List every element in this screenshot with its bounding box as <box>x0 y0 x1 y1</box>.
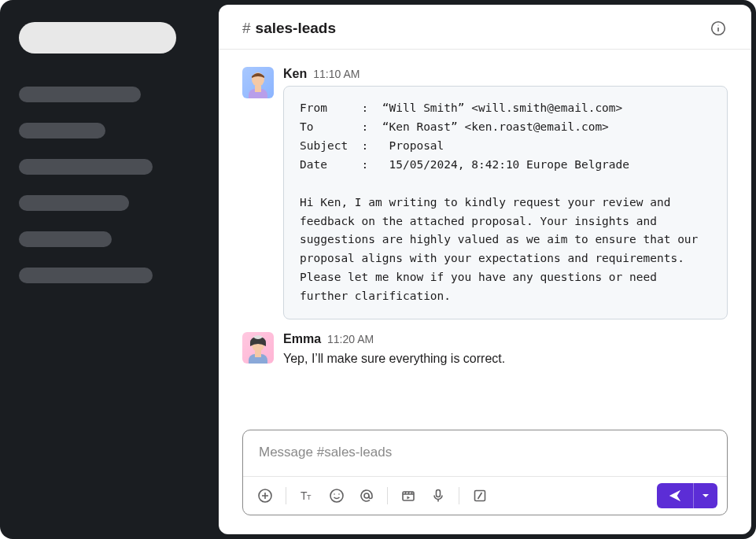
avatar-figure-icon <box>244 335 272 364</box>
at-icon <box>359 488 374 504</box>
sidebar-skeleton-item <box>19 231 112 247</box>
formatting-button[interactable]: T T <box>294 483 319 508</box>
email-attachment-block: From : “Will Smith” <will.smith@email.co… <box>283 86 728 319</box>
svg-point-15 <box>334 493 335 495</box>
send-button-group <box>657 483 717 508</box>
sidebar-skeleton-item <box>19 123 105 138</box>
message-list: Ken 11:10 AM From : “Will Smith” <will.s… <box>219 50 751 430</box>
message-body: Ken 11:10 AM From : “Will Smith” <will.s… <box>283 67 728 319</box>
svg-point-14 <box>330 489 343 502</box>
message-header: Emma 11:20 AM <box>283 332 728 346</box>
mention-button[interactable] <box>354 483 379 508</box>
toolbar-separator <box>387 487 388 504</box>
sender-name[interactable]: Emma <box>283 332 321 346</box>
app-frame: # sales-leads <box>0 0 756 539</box>
avatar[interactable] <box>242 332 274 364</box>
send-options-button[interactable] <box>693 483 717 508</box>
slash-box-icon <box>472 488 488 504</box>
sidebar-skeleton-item <box>19 268 153 283</box>
message-header: Ken 11:10 AM <box>283 67 728 81</box>
svg-line-22 <box>411 492 412 494</box>
send-icon <box>668 489 682 503</box>
svg-text:T: T <box>307 493 312 501</box>
sidebar-skeleton-item <box>19 87 141 102</box>
avatar-figure-icon <box>244 70 272 98</box>
channel-name: sales-leads <box>256 20 336 37</box>
svg-line-21 <box>408 492 409 494</box>
toolbar-separator <box>286 487 286 504</box>
composer-toolbar: T T <box>243 476 727 515</box>
message-body: Emma 11:20 AM Yep, I’ll make sure everyt… <box>283 332 728 368</box>
sidebar <box>0 0 219 539</box>
attach-button[interactable] <box>253 483 278 508</box>
message-timestamp: 11:10 AM <box>313 68 360 80</box>
composer-wrap: Message #sales-leads T T <box>219 430 751 534</box>
info-icon <box>710 20 726 36</box>
message-text: Yep, I’ll make sure everything is correc… <box>283 349 728 368</box>
avatar[interactable] <box>242 67 274 98</box>
message: Emma 11:20 AM Yep, I’ll make sure everyt… <box>242 326 728 375</box>
channel-info-button[interactable] <box>709 19 728 38</box>
svg-line-20 <box>405 492 406 494</box>
channel-title[interactable]: # sales-leads <box>242 20 336 37</box>
plus-circle-icon <box>257 488 273 504</box>
send-button[interactable] <box>657 483 693 508</box>
main-panel: # sales-leads <box>219 5 751 534</box>
svg-point-17 <box>364 493 369 498</box>
emoji-button[interactable] <box>324 483 349 508</box>
svg-rect-5 <box>255 86 261 92</box>
sidebar-skeleton-item <box>19 195 129 211</box>
video-clip-icon <box>400 488 416 504</box>
toolbar-separator <box>459 487 459 504</box>
sidebar-skeleton-item <box>19 159 153 175</box>
shortcuts-button[interactable] <box>467 483 492 508</box>
emoji-icon <box>329 488 345 504</box>
sender-name[interactable]: Ken <box>283 67 307 81</box>
svg-line-26 <box>478 493 482 499</box>
chevron-down-icon <box>702 492 710 500</box>
video-button[interactable] <box>396 483 421 508</box>
composer: Message #sales-leads T T <box>242 430 728 515</box>
message: Ken 11:10 AM From : “Will Smith” <will.s… <box>242 61 728 326</box>
message-timestamp: 11:20 AM <box>327 333 374 345</box>
audio-button[interactable] <box>426 483 451 508</box>
svg-rect-23 <box>437 490 441 497</box>
channel-header: # sales-leads <box>219 5 751 50</box>
svg-point-16 <box>338 493 340 495</box>
microphone-icon <box>430 488 446 504</box>
text-format-icon: T T <box>299 488 315 504</box>
workspace-switcher-skeleton <box>19 22 176 54</box>
hash-icon: # <box>242 20 251 37</box>
svg-point-2 <box>717 24 718 25</box>
svg-rect-8 <box>255 351 261 357</box>
message-input[interactable]: Message #sales-leads <box>243 430 727 476</box>
